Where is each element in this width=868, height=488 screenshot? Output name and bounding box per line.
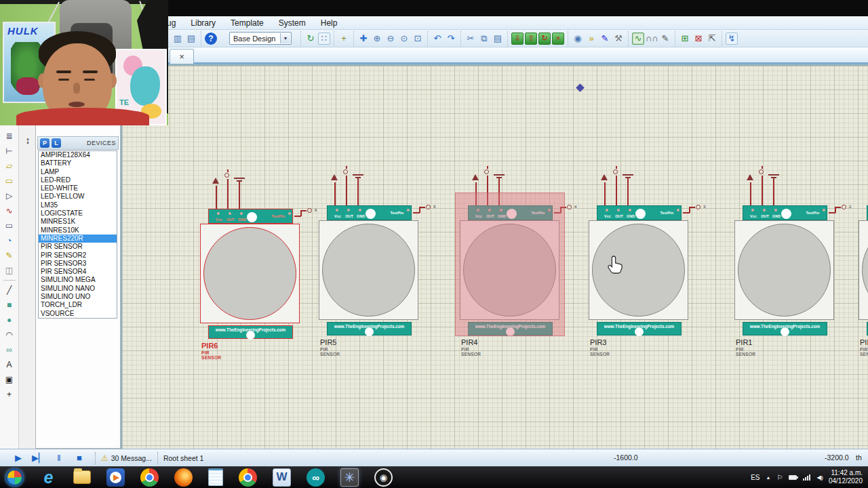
device-item[interactable]: VSOURCE [39, 310, 117, 318]
probe-graph-icon[interactable]: ∿ [3, 204, 16, 218]
electrical-check-icon[interactable]: ↯ [726, 33, 738, 45]
paste-icon[interactable]: ▤ [492, 33, 504, 45]
generator-icon[interactable]: ▷ [3, 189, 16, 203]
tray-chevron-icon[interactable]: ▲ [766, 475, 771, 480]
device-item[interactable]: LED-WHITE [39, 184, 117, 192]
notepad-icon[interactable] [208, 468, 223, 486]
help-icon[interactable]: ? [205, 33, 217, 45]
2d-text-icon[interactable]: A [3, 358, 16, 371]
grid-toggle-icon[interactable]: ∷ [318, 33, 330, 45]
pan-icon[interactable]: ✚ [357, 33, 370, 45]
remove-sheet-icon[interactable]: ⊠ [692, 33, 705, 45]
schematic-canvas[interactable]: VccOUTGNDTestPinwww.TheEngineeringProjec… [121, 64, 868, 449]
message-count[interactable]: 30 Messag... [111, 454, 152, 462]
decompose-icon[interactable]: ⚒ [612, 33, 625, 45]
arduino-icon[interactable]: ∞ [307, 468, 325, 487]
action-center-flag-icon[interactable]: ⚐ [776, 474, 783, 481]
sheet-tab-close[interactable]: × [170, 49, 194, 64]
device-item[interactable]: TORCH_LDR [39, 301, 117, 309]
firefox-icon[interactable] [174, 468, 193, 487]
redraw-icon[interactable]: ↻ [304, 33, 317, 45]
copy-icon[interactable]: ⧉ [478, 33, 490, 45]
pause-button[interactable]: ‖ [49, 453, 69, 463]
device-item[interactable]: PIR SENSOR4 [39, 268, 117, 276]
2d-box-icon[interactable]: ■ [3, 298, 16, 312]
2d-symbol-icon[interactable]: ▣ [3, 373, 16, 386]
media-player-icon[interactable]: ▶ [106, 468, 125, 487]
block-rotate-icon[interactable]: ↻ [538, 33, 551, 45]
zoom-area-icon[interactable]: ⊡ [412, 33, 424, 45]
menu-item-library[interactable]: Library [191, 18, 216, 28]
zoom-out-icon[interactable]: ⊖ [384, 33, 397, 45]
2d-marker-icon[interactable]: + [3, 388, 16, 401]
network-signal-icon[interactable] [803, 474, 810, 481]
style-combo[interactable]: Base Design▼ [229, 32, 292, 45]
device-item[interactable]: SIMULINO NANO [39, 285, 117, 293]
device-item[interactable]: SIMULINO MEGA [39, 276, 117, 284]
menu-item-template[interactable]: Template [231, 18, 264, 28]
volume-icon[interactable]: ◀)) [816, 474, 822, 481]
graph-mode-icon[interactable]: ▱ [3, 159, 16, 173]
device-item[interactable]: LED-YELLOW [39, 192, 117, 201]
file-explorer-icon[interactable] [73, 470, 91, 484]
device-item[interactable]: MINRES220R [39, 235, 117, 243]
goto-sheet-icon[interactable]: ⇱ [706, 33, 718, 45]
stop-button[interactable]: ■ [69, 453, 90, 463]
device-item[interactable]: PIR SENSOR [39, 243, 117, 251]
current-probe-icon[interactable]: ◫ [3, 264, 16, 277]
start-button[interactable] [5, 468, 24, 487]
zoom-in-icon[interactable]: ⊕ [371, 33, 383, 45]
proteus-icon[interactable]: ✳ [340, 468, 359, 487]
updown-arrow-icon[interactable]: ↕ [22, 134, 34, 147]
2d-path-icon[interactable]: ∞ [3, 343, 16, 357]
block-copy-icon[interactable]: ⇩ [511, 33, 524, 45]
pick-devices-button[interactable]: P [40, 138, 50, 148]
zoom-full-icon[interactable]: ⊙ [398, 33, 410, 45]
2d-circle-icon[interactable]: ● [3, 313, 16, 327]
word-icon[interactable]: W [273, 468, 291, 487]
cut-icon[interactable]: ✂ [465, 33, 477, 45]
taskbar-clock[interactable]: 11:42 a.m. 04/12/2020 [829, 469, 863, 485]
menu-item-ug[interactable]: ug [167, 18, 176, 28]
chevron-down-icon[interactable]: ▼ [280, 33, 290, 43]
property-assign-icon[interactable]: ✎ [659, 33, 671, 45]
device-pin-icon[interactable]: ⊢ [3, 144, 16, 158]
terminal-mode-icon[interactable]: ≣ [3, 129, 16, 143]
generator-mode-icon[interactable]: ◔ [3, 234, 16, 247]
play-button[interactable]: ▶ [8, 453, 28, 463]
packaging-icon[interactable]: ✎ [599, 33, 611, 45]
menu-item-help[interactable]: Help [321, 18, 338, 28]
device-item[interactable]: MINRES1K [39, 218, 117, 226]
device-list[interactable]: AMPIRE128X64BATTERYLAMPLED-REDLED-WHITEL… [38, 150, 117, 319]
chrome-icon-2[interactable] [239, 468, 257, 487]
frame-icon[interactable]: ▭ [3, 219, 16, 232]
redo-icon[interactable]: ↷ [445, 33, 457, 45]
undo-icon[interactable]: ↶ [431, 33, 443, 45]
library-manager-button[interactable]: L [52, 138, 61, 148]
obs-icon[interactable]: ◉ [374, 468, 393, 487]
device-item[interactable]: LED-RED [39, 176, 117, 184]
design-explorer-icon[interactable]: ▤ [185, 33, 197, 45]
chrome-icon[interactable] [140, 468, 159, 487]
device-item[interactable]: LM35 [39, 201, 117, 209]
block-delete-icon[interactable]: × [552, 33, 564, 45]
device-item[interactable]: BATTERY [39, 159, 117, 167]
origin-icon[interactable]: + [338, 33, 350, 45]
voltage-probe-icon[interactable]: ✎ [3, 249, 16, 262]
device-item[interactable]: SIMULINO UNO [39, 293, 117, 301]
device-item[interactable]: AMPIRE128X64 [39, 151, 117, 159]
make-device-icon[interactable]: » [585, 33, 597, 45]
pick-parts-icon[interactable]: ◉ [572, 33, 584, 45]
2d-arc-icon[interactable]: ◠ [3, 328, 16, 342]
new-sheet-icon[interactable]: ⊞ [679, 33, 691, 45]
device-item[interactable]: LOGICSTATE [39, 209, 117, 218]
view-list-icon[interactable]: ▥ [172, 33, 184, 45]
internet-explorer-icon[interactable]: e [39, 468, 58, 487]
language-indicator[interactable]: ES [751, 474, 760, 481]
device-item[interactable]: PIR SENSOR2 [39, 251, 117, 260]
device-item[interactable]: PIR SENSOR3 [39, 260, 117, 268]
block-move-icon[interactable]: ⇧ [525, 33, 537, 45]
menu-item-system[interactable]: System [279, 18, 306, 28]
wire-autorouter-icon[interactable]: ∿ [632, 33, 644, 45]
2d-line-icon[interactable]: ╱ [3, 283, 16, 297]
